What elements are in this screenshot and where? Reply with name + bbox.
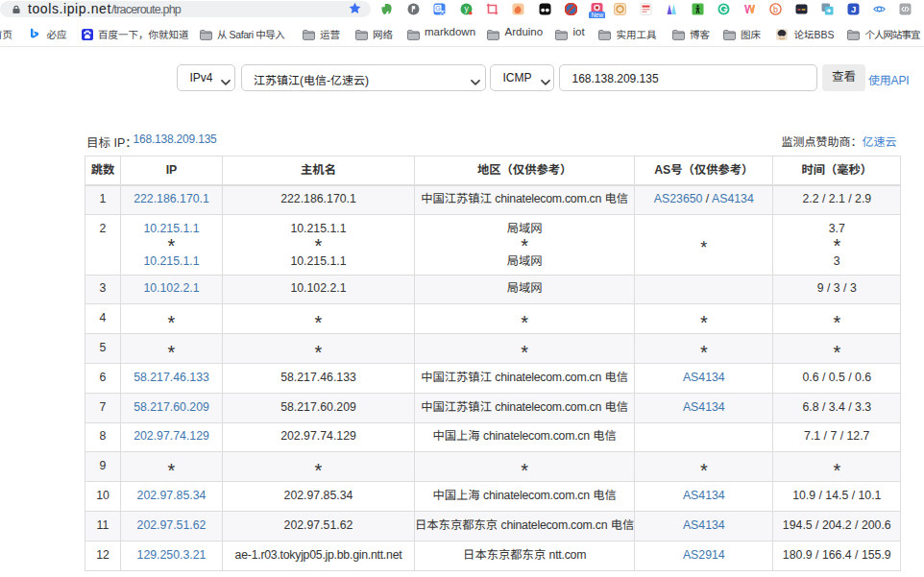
svg-text:J: J bbox=[851, 4, 856, 14]
svg-text:G: G bbox=[435, 5, 440, 12]
svg-text:b: b bbox=[773, 5, 778, 14]
